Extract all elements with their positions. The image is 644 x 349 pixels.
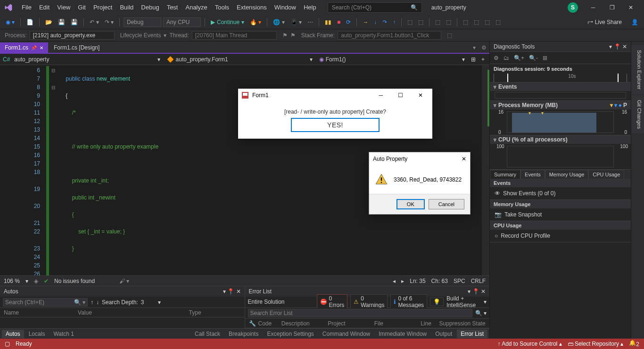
fold-column[interactable]: ⊟⊟ <box>49 65 58 275</box>
col-file[interactable]: File <box>374 320 421 327</box>
ptab-output[interactable]: Output <box>431 330 456 338</box>
zoom-in-icon[interactable]: 🔍+ <box>514 55 524 61</box>
ptab-autos[interactable]: Autos <box>2 330 24 338</box>
select-tools-icon[interactable]: 🗂 <box>504 55 509 61</box>
arrow-up-icon[interactable]: ↑ <box>91 299 93 306</box>
user-avatar[interactable]: S <box>568 2 578 13</box>
new-project-button[interactable]: 📄 <box>25 18 35 26</box>
debug-tool-4[interactable]: ⬚ <box>461 18 470 26</box>
restart-button[interactable]: ⟳ <box>344 18 353 26</box>
ptab-exception[interactable]: Exception Settings <box>263 330 317 338</box>
stop-button[interactable]: ■ <box>335 18 342 26</box>
nav-member[interactable]: ◉Form1()▾ <box>317 55 467 64</box>
col-value[interactable]: Value <box>78 309 189 316</box>
menu-window[interactable]: Window <box>271 0 300 15</box>
ptab-watch1[interactable]: Watch 1 <box>50 330 78 338</box>
close-icon[interactable]: ✕ <box>236 288 241 295</box>
feedback-button[interactable]: 👤 <box>629 18 640 26</box>
diag-cpu-hdr[interactable]: ▿ CPU (% of all processors) <box>490 135 631 144</box>
ptab-command[interactable]: Command Window <box>319 330 374 338</box>
vtab-solution-explorer[interactable]: Solution Explorer <box>631 45 644 94</box>
dropdown-icon[interactable]: ▾ <box>468 288 471 295</box>
close-icon[interactable]: ✕ <box>40 45 43 50</box>
messages-filter[interactable]: ℹ0 of 6 Messages <box>390 294 427 309</box>
ptab-errorlist[interactable]: Error List <box>457 330 487 338</box>
debug-tool-5[interactable]: ⬚ <box>472 18 481 26</box>
add-icon[interactable]: + <box>479 56 487 63</box>
target-button[interactable]: 📱 ▾ <box>289 18 304 26</box>
tab-form1-design[interactable]: Form1.cs [Design] <box>49 42 104 53</box>
diag-mem-hdr[interactable]: ▿ Process Memory (MB) ▾ ▾ ● P <box>490 101 631 109</box>
platform-combo[interactable]: Any CPU <box>163 17 201 27</box>
tabs-dropdown-icon[interactable]: ▾ <box>470 42 479 53</box>
diag-timeline[interactable]: 10s <box>494 74 627 82</box>
dropdown-icon[interactable]: ▾ <box>609 43 612 50</box>
warnings-filter[interactable]: ⚠0 Warnings <box>350 294 388 309</box>
split-icon[interactable]: ⊞ <box>469 56 478 63</box>
form1-dialog-titlebar[interactable]: Form1 ─ ☐ ✕ <box>238 89 432 102</box>
menu-debug[interactable]: Debug <box>137 0 163 15</box>
global-search-input[interactable]: Search (Ctrl+Q) 🔍 <box>328 2 422 13</box>
diag-events-hdr[interactable]: ▿ Events <box>490 83 631 91</box>
close-button[interactable]: ✕ <box>621 0 640 15</box>
step-over-button[interactable]: ↷ <box>380 18 389 26</box>
zoom-out-icon[interactable]: 🔍- <box>529 55 538 61</box>
menu-help[interactable]: Help <box>300 0 320 15</box>
close-icon[interactable]: ✕ <box>481 288 486 295</box>
nav-class[interactable]: 🔶auto_property.Form1▾ <box>165 55 315 64</box>
step-out-button[interactable]: ↑ <box>391 18 397 26</box>
ptab-callstack[interactable]: Call Stack <box>191 330 224 338</box>
select-repo-button[interactable]: 🗃 Select Repository ▴ <box>568 341 624 347</box>
debug-tool-6[interactable]: ⬚ <box>483 18 492 26</box>
ok-button[interactable]: OK <box>396 199 425 209</box>
browser-link-button[interactable]: 🌐 ▾ <box>271 18 286 26</box>
show-events-action[interactable]: 👁Show Events (0 of 0) <box>490 187 631 200</box>
menu-test[interactable]: Test <box>163 0 182 15</box>
col-name[interactable]: Name <box>4 309 78 316</box>
debug-extra-icon[interactable]: ⬚ <box>447 32 452 39</box>
menu-git[interactable]: Git <box>74 0 90 15</box>
continue-button[interactable]: ▶Continue▾ <box>209 18 246 26</box>
build-intelli-combo[interactable]: Build + IntelliSense <box>446 295 481 308</box>
save-button[interactable]: 💾 <box>56 18 67 26</box>
process-combo[interactable]: [2192] auto_property.exe <box>30 31 115 40</box>
menu-analyze[interactable]: Analyze <box>182 0 211 15</box>
menu-extensions[interactable]: Extensions <box>233 0 271 15</box>
menu-project[interactable]: Project <box>90 0 116 15</box>
flag-icon[interactable]: ⚑ <box>282 32 288 39</box>
issues-label[interactable]: No issues found <box>54 278 95 284</box>
zoom-level[interactable]: 106 % <box>4 278 20 284</box>
search-depth-combo[interactable]: 3 <box>141 299 155 306</box>
error-ind-icon[interactable]: ◈ <box>34 278 38 284</box>
debug-tool-3[interactable]: ⬚ <box>444 18 453 26</box>
stackframe-combo[interactable]: auto_property.Form1.button1_Click <box>338 31 441 40</box>
errorlist-search-input[interactable]: Search Error List <box>248 309 472 317</box>
dots-button[interactable]: ⋯ <box>305 18 315 26</box>
col-code[interactable]: Code <box>258 320 281 327</box>
autos-search-input[interactable]: Search (Ctrl+E)🔍 ▾ <box>3 298 88 307</box>
reset-zoom-icon[interactable]: ⊞ <box>543 55 547 61</box>
col-suppression[interactable]: Suppression State <box>439 320 486 327</box>
scope-combo[interactable]: Entire Solution <box>248 299 314 305</box>
arrow-down-icon[interactable]: ↓ <box>96 299 99 306</box>
close-icon[interactable]: ✕ <box>622 43 627 50</box>
minimize-icon[interactable]: ─ <box>373 92 388 99</box>
take-snapshot-action[interactable]: 📷Take Snapshot <box>490 208 631 221</box>
debug-tool-7[interactable]: ⬚ <box>494 18 503 26</box>
lifecycle-combo[interactable]: Lifecycle Events <box>120 32 161 39</box>
minimize-button[interactable]: ─ <box>584 0 603 15</box>
col-project[interactable]: Project <box>328 320 374 327</box>
pin-icon[interactable]: 📌 <box>31 45 37 50</box>
brush-icon[interactable]: 🖌 ▾ <box>119 278 129 284</box>
close-icon[interactable]: ✕ <box>413 92 429 99</box>
maximize-icon[interactable]: ☐ <box>392 92 409 99</box>
col-description[interactable]: Description <box>281 320 328 327</box>
cancel-button[interactable]: Cancel <box>429 199 464 209</box>
tab-form1-cs[interactable]: Form1.cs 📌 ✕ <box>0 42 48 53</box>
menu-view[interactable]: View <box>53 0 74 15</box>
notifications-icon[interactable]: 🔔2 <box>629 340 639 348</box>
dropdown-icon[interactable]: ▾ <box>223 288 226 295</box>
errors-filter[interactable]: ⛔0 Errors <box>317 294 348 309</box>
dtab-cpu[interactable]: CPU Usage <box>588 170 624 179</box>
menu-file[interactable]: File <box>18 0 35 15</box>
